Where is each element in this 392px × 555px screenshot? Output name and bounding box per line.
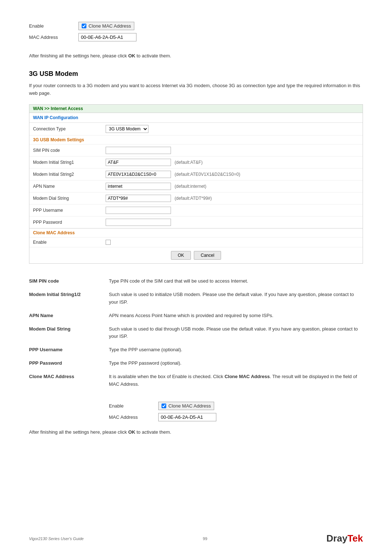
modem-field-value-5: [106, 207, 359, 214]
modem-field-row: Modem Initial String2 (default:ATE0V1X1&…: [29, 169, 363, 181]
top-enable-row: Enable Clone MAC Address: [29, 22, 363, 30]
modem-field-row: PPP Password: [29, 216, 363, 228]
footer-logo-tek: Tek: [347, 533, 363, 544]
footer-page: 99: [203, 536, 207, 541]
config-section: Connection Type 3G USB Modem 3G USB Mode…: [29, 123, 363, 263]
modem-field-input-4[interactable]: [106, 195, 171, 202]
desc-term-3: Modem Dial String: [29, 323, 109, 344]
desc-content-6: It is available when the box of Enable i…: [109, 370, 363, 391]
desc-term-4: PPP Username: [29, 343, 109, 357]
bottom-clone-btn-label: Clone MAC Address: [168, 403, 211, 409]
bottom-fields: Enable Clone MAC Address MAC Address: [109, 402, 363, 421]
modem-field-input-5[interactable]: [106, 207, 171, 214]
desc-term-5: PPP Password: [29, 357, 109, 370]
modem-field-label-1: Modem Initial String1: [33, 160, 106, 165]
bottom-enable-label: Enable: [109, 403, 152, 409]
desc-row: APN Name APN means Access Point Name whi…: [29, 309, 363, 323]
top-clone-group: Clone MAC Address: [78, 22, 134, 30]
clone-enable-checkbox[interactable]: [106, 240, 111, 245]
modem-field-row: PPP Username: [29, 204, 363, 216]
desc-term-0: SIM PIN code: [29, 275, 109, 288]
modem-field-value-6: [106, 219, 359, 226]
desc-row: PPP Password Type the PPP password (opti…: [29, 357, 363, 370]
connection-type-label: Connection Type: [33, 126, 106, 131]
connection-type-value: 3G USB Modem: [106, 125, 359, 133]
desc-content-0: Type PIN code of the SIM card that will …: [109, 275, 363, 288]
modem-field-input-0[interactable]: [106, 147, 171, 154]
wan-header: WAN >> Internet Access: [29, 105, 363, 113]
wan-box: WAN >> Internet Access WAN IP Configurat…: [29, 104, 363, 264]
modem-field-input-1[interactable]: [106, 159, 171, 166]
desc-content-5: Type the PPP password (optional).: [109, 357, 363, 370]
modem-field-row: Modem Dial String (default:ATDT*99#): [29, 193, 363, 204]
top-enable-checkbox[interactable]: [82, 24, 86, 28]
modem-field-input-3[interactable]: [106, 183, 171, 190]
after-text-2: After finishing all the settings here, p…: [29, 429, 363, 436]
modem-field-default-1: (default:AT&F): [175, 160, 203, 165]
desc-row: Clone MAC Address It is available when t…: [29, 370, 363, 391]
footer-logo: DrayTek: [326, 533, 363, 544]
top-clone-btn-label: Clone MAC Address: [89, 23, 131, 29]
desc-term-1: Modem Initial String1/2: [29, 288, 109, 309]
connection-type-select[interactable]: 3G USB Modem: [106, 125, 148, 133]
modem-field-label-4: Modem Dial String: [33, 196, 106, 201]
desc-row: Modem Dial String Such value is used to …: [29, 323, 363, 344]
top-mac-label: MAC Address: [29, 35, 73, 40]
clone-section-header: Clone MAC Address: [29, 228, 363, 238]
desc-content-3: Such value is used to dial through USB m…: [109, 323, 363, 344]
bottom-mac-label: MAC Address: [109, 414, 152, 420]
modem-settings-header: 3G USB Modem Settings: [29, 135, 363, 145]
top-enable-label: Enable: [29, 23, 73, 29]
modem-field-label-6: PPP Password: [33, 220, 106, 225]
bottom-mac-input[interactable]: [158, 413, 216, 421]
bottom-clone-group: Clone MAC Address: [158, 402, 214, 410]
desc-term-6: Clone MAC Address: [29, 370, 109, 391]
modem-field-value-4: (default:ATDT*99#): [106, 195, 359, 202]
modem-field-value-2: (default:ATE0V1X1&D2&C1S0=0): [106, 171, 359, 178]
top-fields: Enable Clone MAC Address MAC Address: [29, 22, 363, 41]
wan-subheader: WAN IP Configuration: [29, 113, 363, 123]
modem-field-label-0: SIM PIN code: [33, 148, 106, 153]
cancel-button[interactable]: Cancel: [194, 251, 221, 260]
section-heading: 3G USB Modem: [29, 70, 363, 78]
footer-logo-dray: Dray: [326, 533, 347, 544]
modem-field-label-2: Modem Initial String2: [33, 172, 106, 177]
desc-row: PPP Username Type the PPP username (opti…: [29, 343, 363, 357]
modem-field-row: APN Name (default:internet): [29, 181, 363, 193]
desc-content-2: APN means Access Point Name which is pro…: [109, 309, 363, 323]
desc-content-1: Such value is used to initialize USB mod…: [109, 288, 363, 309]
modem-field-row: SIM PIN code: [29, 145, 363, 157]
desc-table: SIM PIN code Type PIN code of the SIM ca…: [29, 275, 363, 391]
button-row: OK Cancel: [29, 247, 363, 263]
clone-enable-label: Enable: [33, 240, 106, 245]
ok-button[interactable]: OK: [171, 251, 191, 260]
bottom-enable-row: Enable Clone MAC Address: [109, 402, 363, 410]
connection-type-row: Connection Type 3G USB Modem: [29, 123, 363, 135]
modem-field-row: Modem Initial String1 (default:AT&F): [29, 157, 363, 169]
top-mac-row: MAC Address: [29, 33, 363, 41]
desc-row: Modem Initial String1/2 Such value is us…: [29, 288, 363, 309]
modem-field-label-5: PPP Username: [33, 208, 106, 213]
modem-field-default-2: (default:ATE0V1X1&D2&C1S0=0): [175, 172, 240, 177]
bottom-enable-checkbox[interactable]: [162, 404, 166, 408]
modem-field-input-6[interactable]: [106, 219, 171, 226]
section-intro: If your router connects to a 3G modem an…: [29, 82, 363, 97]
footer: Vigor2130 Series User's Guide 99 DrayTek: [0, 533, 392, 544]
bottom-mac-row: MAC Address: [109, 413, 363, 421]
modem-field-default-3: (default:internet): [175, 184, 206, 189]
modem-field-input-2[interactable]: [106, 171, 171, 178]
desc-term-2: APN Name: [29, 309, 109, 323]
modem-field-value-3: (default:internet): [106, 183, 359, 190]
footer-guide: Vigor2130 Series User's Guide: [29, 536, 83, 541]
modem-field-default-4: (default:ATDT*99#): [175, 196, 212, 201]
desc-row: SIM PIN code Type PIN code of the SIM ca…: [29, 275, 363, 288]
modem-field-label-3: APN Name: [33, 184, 106, 189]
after-text-1: After finishing all the settings here, p…: [29, 52, 363, 60]
top-mac-input[interactable]: [78, 33, 136, 41]
modem-fields: SIM PIN code Modem Initial String1 (defa…: [29, 145, 363, 228]
desc-content-4: Type the PPP username (optional).: [109, 343, 363, 357]
clone-enable-row: Enable: [29, 238, 363, 247]
modem-field-value-1: (default:AT&F): [106, 159, 359, 166]
modem-field-value-0: [106, 147, 359, 154]
